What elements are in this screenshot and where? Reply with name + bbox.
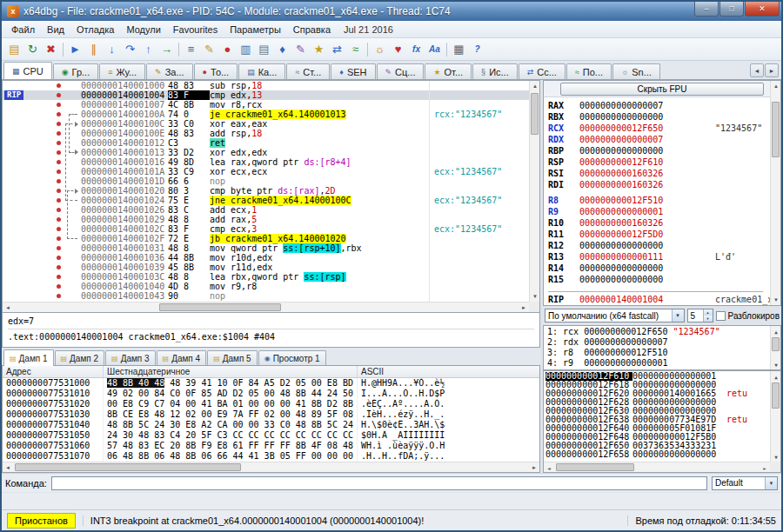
menu-favourites[interactable]: Favourites xyxy=(167,23,224,37)
breakpoint-gutter[interactable] xyxy=(53,294,64,298)
dump-column-hex[interactable]: Шестнадцатеричное xyxy=(104,366,358,377)
argument-row[interactable]: 4: r9 0000000000000001 xyxy=(547,358,770,369)
scroll-up-icon[interactable]: ▲ xyxy=(771,371,781,382)
calling-convention-select[interactable]: По умолчанию (x64 fastcall) ▼ xyxy=(545,309,685,323)
tab-dump4[interactable]: ▤Дамп 4 xyxy=(157,350,207,365)
memory-map-icon[interactable]: ▥ xyxy=(237,40,255,58)
register-row[interactable]: R100000000000160326 xyxy=(548,217,770,229)
disasm-row[interactable]: 000000014000101649 8Dlea rax,qword ptr d… xyxy=(3,157,529,167)
breakpoint-gutter[interactable] xyxy=(53,170,64,174)
tab-script[interactable]: ✎Сц... xyxy=(377,63,425,79)
help-icon[interactable]: ? xyxy=(468,40,486,58)
disasm-row[interactable]: RIP000000014000100483 Fcmp edx,13 xyxy=(3,90,529,100)
spin-down-icon[interactable]: ▼ xyxy=(703,316,713,322)
scroll-up-icon[interactable]: ▲ xyxy=(771,81,781,91)
arguments-pane[interactable]: 1: rcx 000000000012F650 "1234567"2: rdx … xyxy=(543,325,781,370)
tab-symbols[interactable]: ★От... xyxy=(425,63,472,79)
dump-column-address[interactable]: Адрес xyxy=(3,366,104,377)
unlock-checkbox[interactable] xyxy=(716,311,726,321)
menu-help[interactable]: Справка xyxy=(287,23,337,37)
scroll-left-icon[interactable]: ◄ xyxy=(3,462,13,473)
open-file-icon[interactable]: ▤ xyxy=(5,40,23,58)
register-row[interactable]: R90000000000000001 xyxy=(548,206,770,217)
disasm-row[interactable]: 000000014000100048 83sub rsp,18 xyxy=(3,81,529,90)
tab-references[interactable]: ⇄Сс... xyxy=(519,63,566,79)
run-icon[interactable]: ► xyxy=(66,40,84,58)
run-to-user-code-icon[interactable]: → xyxy=(157,40,176,58)
disassembly-pane[interactable]: 000000014000100048 83sub rsp,18RIP000000… xyxy=(2,80,540,313)
register-row[interactable]: RBX0000000000000000 xyxy=(548,111,770,123)
symbols-icon[interactable]: ★ xyxy=(310,40,328,58)
dump-row[interactable]: 000000007753100048 8B 40 48 48 39 41 10 … xyxy=(3,378,539,389)
tab-breakpoints[interactable]: ●То... xyxy=(194,63,238,79)
scroll-down-icon[interactable]: ▼ xyxy=(530,291,540,302)
scroll-up-icon[interactable]: ▲ xyxy=(771,326,781,336)
dump-row[interactable]: 00000000775310308B CE E8 48 12 02 00 E9 … xyxy=(3,409,539,420)
breakpoint-gutter[interactable] xyxy=(53,141,64,145)
chevron-down-icon[interactable]: ▼ xyxy=(765,477,777,489)
notes-icon[interactable]: ✎ xyxy=(200,40,218,58)
breakpoint-gutter[interactable] xyxy=(53,236,64,241)
argument-row[interactable]: 3: r8 000000000012F510 xyxy=(547,348,770,358)
dump-row[interactable]: 000000007753104048 8B 5C 24 30 E8 A2 CA … xyxy=(3,420,539,430)
disasm-row[interactable]: 00000001400010404D 8mov r9,r8 xyxy=(3,282,529,291)
stop-icon[interactable]: ✖ xyxy=(42,40,60,58)
breakpoint-gutter[interactable] xyxy=(53,150,64,155)
command-profile-select[interactable]: Default ▼ xyxy=(712,476,778,490)
scroll-right-icon[interactable]: ► xyxy=(760,462,770,473)
breakpoint-gutter[interactable] xyxy=(53,112,64,116)
tab-dump3[interactable]: ▤Дамп 3 xyxy=(105,350,156,365)
case-icon[interactable]: Aa xyxy=(425,40,444,58)
command-input[interactable] xyxy=(51,476,707,490)
scroll-left-icon[interactable]: ◄ xyxy=(3,303,13,313)
breakpoints-icon[interactable]: ● xyxy=(218,40,237,58)
breakpoint-gutter[interactable] xyxy=(53,189,64,193)
register-row[interactable]: RSI0000000000160326 xyxy=(548,168,770,179)
disasm-row[interactable]: 000000014000103C48 8lea rbx,qword ptr ss… xyxy=(3,272,529,282)
tab-watch1[interactable]: ◉Просмотр 1 xyxy=(258,350,326,365)
stack-vertical-scrollbar[interactable]: ▲ ▼ xyxy=(770,371,780,462)
disasm-horizontal-scrollbar[interactable]: ◄ ► xyxy=(3,302,529,312)
register-row[interactable]: RBP0000000000000000 xyxy=(548,145,770,156)
register-row[interactable]: R130000000000000111L'đ' xyxy=(548,251,770,263)
tab-call-stack[interactable]: ≈Ст... xyxy=(286,63,330,79)
tab-threads[interactable]: ≈По... xyxy=(566,63,612,79)
breakpoint-gutter[interactable] xyxy=(53,160,64,164)
disasm-row[interactable]: 000000014000102948 8add rax,5 xyxy=(3,215,529,224)
step-over-icon[interactable]: ↷ xyxy=(121,40,139,58)
register-row[interactable]: RDX0000000000000007 xyxy=(548,134,770,145)
register-row[interactable]: RIP0000000140001004crackme01_x6 xyxy=(548,294,770,305)
disasm-row[interactable]: 0000000140001012C3ret xyxy=(3,138,529,148)
register-row[interactable]: R140000000000000000 xyxy=(548,263,770,274)
seh-icon[interactable]: ♦ xyxy=(273,40,291,58)
disasm-row[interactable]: 000000014000102475 Ejne crackme01_x64.14… xyxy=(3,196,529,205)
scroll-up-icon[interactable]: ▲ xyxy=(530,81,540,91)
registers-pane[interactable]: Скрыть FPU RAX0000000000000007RBX0000000… xyxy=(543,80,781,306)
restart-icon[interactable]: ↻ xyxy=(23,40,42,58)
function-icon[interactable]: fx xyxy=(407,40,425,58)
dump-row[interactable]: 000000007753107006 48 8B 06 48 8B 06 66 … xyxy=(3,451,539,462)
dump-horizontal-scrollbar[interactable]: ◄ ► xyxy=(3,462,539,472)
disasm-row[interactable]: 000000014000102683 Cadd ecx,1 xyxy=(3,205,529,215)
settings-icon[interactable]: ☼ xyxy=(371,40,389,58)
breakpoint-gutter[interactable] xyxy=(53,103,64,107)
scroll-thumb[interactable] xyxy=(531,93,539,135)
maximize-button[interactable]: □ xyxy=(719,2,744,17)
register-row[interactable]: R120000000000000000 xyxy=(548,240,770,251)
register-row[interactable]: RDI0000000000160326 xyxy=(548,179,770,190)
breakpoint-gutter[interactable] xyxy=(53,131,64,136)
disasm-row[interactable]: 000000014000100E48 83add rsp,18 xyxy=(3,129,529,138)
breakpoint-gutter[interactable] xyxy=(53,122,64,126)
disasm-row[interactable]: 000000014000103148 8mov qword ptr ss:[rs… xyxy=(3,243,529,253)
disasm-row[interactable]: 000000014000103644 8Bmov r10d,edx xyxy=(3,253,529,263)
disasm-row[interactable]: 000000014000101A33 C9xor ecx,ecxecx:"123… xyxy=(3,167,529,176)
register-row[interactable]: RCX000000000012F650"1234567" xyxy=(548,123,770,134)
tab-log[interactable]: ≡Жу... xyxy=(99,63,145,79)
chevron-down-icon[interactable]: ▼ xyxy=(672,309,684,322)
hide-fpu-button[interactable]: Скрыть FPU xyxy=(560,83,764,96)
stack-pane[interactable]: 000000000012F610000000000000000100000000… xyxy=(543,370,781,473)
disasm-row[interactable]: 000000014000103945 8Bmov r11d,edx xyxy=(3,263,529,272)
disasm-row[interactable]: 00000001400010074C 8Bmov r8,rcx xyxy=(3,100,529,110)
favourites-icon[interactable]: ♥ xyxy=(389,40,407,58)
scroll-right-icon[interactable]: ► xyxy=(529,462,539,473)
